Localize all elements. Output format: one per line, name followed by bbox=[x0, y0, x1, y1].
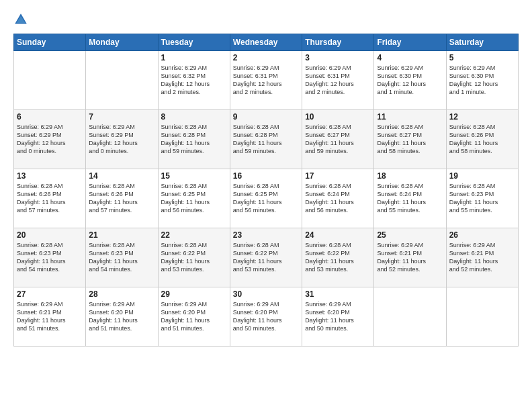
day-number: 6 bbox=[17, 112, 83, 122]
day-info: Sunrise: 6:28 AM Sunset: 6:23 PM Dayligh… bbox=[449, 182, 515, 215]
day-number: 24 bbox=[305, 230, 371, 240]
calendar-cell: 1Sunrise: 6:29 AM Sunset: 6:32 PM Daylig… bbox=[158, 51, 230, 110]
calendar-cell: 3Sunrise: 6:29 AM Sunset: 6:31 PM Daylig… bbox=[302, 51, 374, 110]
day-number: 28 bbox=[89, 289, 154, 299]
day-number: 8 bbox=[161, 112, 227, 122]
day-number: 27 bbox=[17, 289, 83, 299]
calendar-cell: 31Sunrise: 6:29 AM Sunset: 6:20 PM Dayli… bbox=[302, 287, 374, 347]
day-info: Sunrise: 6:28 AM Sunset: 6:27 PM Dayligh… bbox=[305, 123, 371, 156]
calendar-cell: 21Sunrise: 6:28 AM Sunset: 6:23 PM Dayli… bbox=[86, 228, 158, 287]
day-info: Sunrise: 6:29 AM Sunset: 6:21 PM Dayligh… bbox=[449, 241, 515, 274]
day-info: Sunrise: 6:29 AM Sunset: 6:21 PM Dayligh… bbox=[377, 241, 443, 274]
calendar-table: SundayMondayTuesdayWednesdayThursdayFrid… bbox=[13, 34, 519, 347]
calendar-cell: 18Sunrise: 6:28 AM Sunset: 6:24 PM Dayli… bbox=[374, 169, 446, 228]
day-number: 5 bbox=[449, 53, 515, 62]
day-info: Sunrise: 6:28 AM Sunset: 6:25 PM Dayligh… bbox=[233, 182, 299, 215]
day-info: Sunrise: 6:28 AM Sunset: 6:24 PM Dayligh… bbox=[377, 182, 443, 215]
day-info: Sunrise: 6:29 AM Sunset: 6:30 PM Dayligh… bbox=[377, 64, 443, 97]
day-info: Sunrise: 6:28 AM Sunset: 6:25 PM Dayligh… bbox=[161, 182, 227, 215]
day-number: 21 bbox=[89, 230, 154, 240]
calendar-cell: 15Sunrise: 6:28 AM Sunset: 6:25 PM Dayli… bbox=[158, 169, 230, 228]
calendar-weekday-wednesday: Wednesday bbox=[230, 34, 302, 51]
day-info: Sunrise: 6:28 AM Sunset: 6:26 PM Dayligh… bbox=[89, 182, 154, 215]
calendar-cell: 25Sunrise: 6:29 AM Sunset: 6:21 PM Dayli… bbox=[374, 228, 446, 287]
calendar-week-4: 20Sunrise: 6:28 AM Sunset: 6:23 PM Dayli… bbox=[14, 228, 519, 287]
logo bbox=[13, 12, 31, 27]
calendar-weekday-tuesday: Tuesday bbox=[158, 34, 230, 51]
day-number: 23 bbox=[233, 230, 299, 240]
day-info: Sunrise: 6:28 AM Sunset: 6:24 PM Dayligh… bbox=[305, 182, 371, 215]
calendar-cell: 19Sunrise: 6:28 AM Sunset: 6:23 PM Dayli… bbox=[446, 169, 518, 228]
calendar-cell: 28Sunrise: 6:29 AM Sunset: 6:20 PM Dayli… bbox=[86, 287, 158, 347]
day-number: 4 bbox=[377, 53, 443, 62]
day-number: 13 bbox=[17, 171, 83, 181]
calendar-cell: 30Sunrise: 6:29 AM Sunset: 6:20 PM Dayli… bbox=[230, 287, 302, 347]
calendar-cell: 14Sunrise: 6:28 AM Sunset: 6:26 PM Dayli… bbox=[86, 169, 158, 228]
calendar-cell: 2Sunrise: 6:29 AM Sunset: 6:31 PM Daylig… bbox=[230, 51, 302, 110]
calendar-cell: 8Sunrise: 6:28 AM Sunset: 6:28 PM Daylig… bbox=[158, 110, 230, 169]
day-info: Sunrise: 6:29 AM Sunset: 6:29 PM Dayligh… bbox=[89, 123, 154, 156]
day-info: Sunrise: 6:29 AM Sunset: 6:20 PM Dayligh… bbox=[305, 300, 371, 333]
logo-icon bbox=[13, 12, 28, 27]
calendar-header-row: SundayMondayTuesdayWednesdayThursdayFrid… bbox=[14, 34, 519, 51]
calendar-cell: 10Sunrise: 6:28 AM Sunset: 6:27 PM Dayli… bbox=[302, 110, 374, 169]
day-number: 15 bbox=[161, 171, 227, 181]
day-number: 26 bbox=[449, 230, 515, 240]
day-info: Sunrise: 6:28 AM Sunset: 6:22 PM Dayligh… bbox=[305, 241, 371, 274]
calendar-weekday-saturday: Saturday bbox=[446, 34, 518, 51]
calendar-cell bbox=[446, 287, 518, 347]
calendar-cell: 24Sunrise: 6:28 AM Sunset: 6:22 PM Dayli… bbox=[302, 228, 374, 287]
calendar-weekday-thursday: Thursday bbox=[302, 34, 374, 51]
calendar-week-5: 27Sunrise: 6:29 AM Sunset: 6:21 PM Dayli… bbox=[14, 287, 519, 347]
calendar-cell: 16Sunrise: 6:28 AM Sunset: 6:25 PM Dayli… bbox=[230, 169, 302, 228]
calendar-weekday-friday: Friday bbox=[374, 34, 446, 51]
day-number: 2 bbox=[233, 53, 299, 62]
day-number: 14 bbox=[89, 171, 154, 181]
calendar-cell: 9Sunrise: 6:28 AM Sunset: 6:28 PM Daylig… bbox=[230, 110, 302, 169]
day-info: Sunrise: 6:29 AM Sunset: 6:30 PM Dayligh… bbox=[449, 64, 515, 97]
day-number: 7 bbox=[89, 112, 154, 122]
day-number: 31 bbox=[305, 289, 371, 299]
calendar-weekday-monday: Monday bbox=[86, 34, 158, 51]
calendar-cell: 5Sunrise: 6:29 AM Sunset: 6:30 PM Daylig… bbox=[446, 51, 518, 110]
day-info: Sunrise: 6:29 AM Sunset: 6:31 PM Dayligh… bbox=[233, 64, 299, 97]
calendar-cell: 27Sunrise: 6:29 AM Sunset: 6:21 PM Dayli… bbox=[14, 287, 86, 347]
day-number: 22 bbox=[161, 230, 227, 240]
day-info: Sunrise: 6:28 AM Sunset: 6:28 PM Dayligh… bbox=[161, 123, 227, 156]
calendar-cell: 6Sunrise: 6:29 AM Sunset: 6:29 PM Daylig… bbox=[14, 110, 86, 169]
day-number: 3 bbox=[305, 53, 371, 62]
day-info: Sunrise: 6:28 AM Sunset: 6:28 PM Dayligh… bbox=[233, 123, 299, 156]
day-number: 25 bbox=[377, 230, 443, 240]
day-info: Sunrise: 6:29 AM Sunset: 6:29 PM Dayligh… bbox=[17, 123, 83, 156]
day-number: 30 bbox=[233, 289, 299, 299]
calendar-cell: 4Sunrise: 6:29 AM Sunset: 6:30 PM Daylig… bbox=[374, 51, 446, 110]
day-number: 11 bbox=[377, 112, 443, 122]
day-info: Sunrise: 6:29 AM Sunset: 6:20 PM Dayligh… bbox=[89, 300, 154, 333]
day-info: Sunrise: 6:28 AM Sunset: 6:27 PM Dayligh… bbox=[377, 123, 443, 156]
calendar-cell: 7Sunrise: 6:29 AM Sunset: 6:29 PM Daylig… bbox=[86, 110, 158, 169]
day-number: 16 bbox=[233, 171, 299, 181]
day-info: Sunrise: 6:28 AM Sunset: 6:26 PM Dayligh… bbox=[449, 123, 515, 156]
calendar-cell bbox=[86, 51, 158, 110]
day-info: Sunrise: 6:29 AM Sunset: 6:32 PM Dayligh… bbox=[161, 64, 227, 97]
day-number: 19 bbox=[449, 171, 515, 181]
calendar-cell: 22Sunrise: 6:28 AM Sunset: 6:22 PM Dayli… bbox=[158, 228, 230, 287]
day-info: Sunrise: 6:29 AM Sunset: 6:20 PM Dayligh… bbox=[233, 300, 299, 333]
calendar-week-1: 1Sunrise: 6:29 AM Sunset: 6:32 PM Daylig… bbox=[14, 51, 519, 110]
calendar-cell: 17Sunrise: 6:28 AM Sunset: 6:24 PM Dayli… bbox=[302, 169, 374, 228]
calendar-cell bbox=[14, 51, 86, 110]
day-number: 20 bbox=[17, 230, 83, 240]
day-number: 1 bbox=[161, 53, 227, 62]
day-info: Sunrise: 6:29 AM Sunset: 6:20 PM Dayligh… bbox=[161, 300, 227, 333]
day-number: 10 bbox=[305, 112, 371, 122]
day-info: Sunrise: 6:28 AM Sunset: 6:23 PM Dayligh… bbox=[17, 241, 83, 274]
calendar-cell: 26Sunrise: 6:29 AM Sunset: 6:21 PM Dayli… bbox=[446, 228, 518, 287]
calendar-cell: 23Sunrise: 6:28 AM Sunset: 6:22 PM Dayli… bbox=[230, 228, 302, 287]
calendar-cell: 20Sunrise: 6:28 AM Sunset: 6:23 PM Dayli… bbox=[14, 228, 86, 287]
day-info: Sunrise: 6:28 AM Sunset: 6:22 PM Dayligh… bbox=[161, 241, 227, 274]
day-info: Sunrise: 6:29 AM Sunset: 6:31 PM Dayligh… bbox=[305, 64, 371, 97]
page: SundayMondayTuesdayWednesdayThursdayFrid… bbox=[0, 0, 532, 411]
header bbox=[13, 12, 519, 27]
day-number: 18 bbox=[377, 171, 443, 181]
day-number: 12 bbox=[449, 112, 515, 122]
